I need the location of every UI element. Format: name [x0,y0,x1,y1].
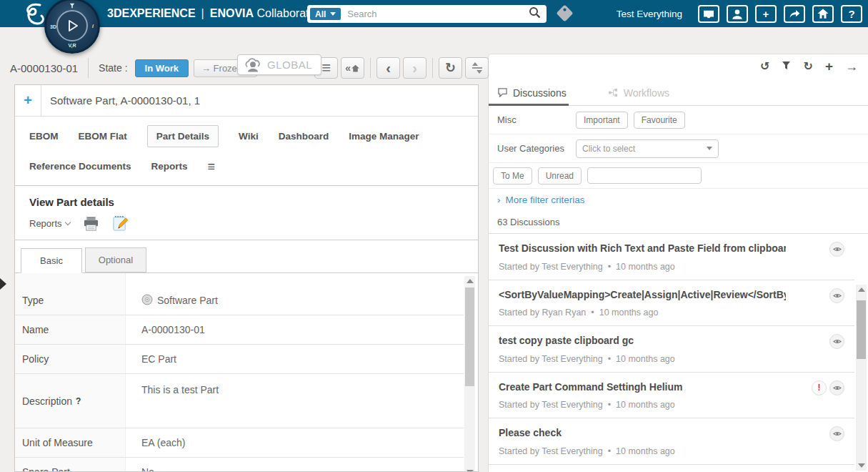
open-panel-icon[interactable]: → [845,60,858,73]
add-tab-button[interactable]: + [15,92,41,109]
discussion-title[interactable]: test copy paste clipboard gc [499,335,786,348]
list-item: Test Discussion with Rich Text and Paste… [489,234,854,280]
tabs-overflow-menu[interactable]: ≡ [208,160,216,173]
user-categories-select[interactable]: Click to select [576,139,719,158]
expand-collapse-button[interactable] [465,57,489,79]
part-tab[interactable]: Image Manager [349,126,419,147]
nav-back-button[interactable]: ‹ [376,57,400,79]
tab-discussions[interactable]: Discussions [497,87,567,99]
edit-button[interactable] [112,215,129,231]
part-tab[interactable]: Reports [151,156,188,177]
form-subtab[interactable]: Basic [21,248,82,273]
meta-bullet: • [608,262,611,272]
discussion-age: 10 months ago [616,446,675,456]
scrollbar-thumb[interactable] [857,300,866,359]
discussions-scrollbar[interactable] [856,285,867,471]
profile-button[interactable] [727,5,748,23]
search-input[interactable] [341,9,529,19]
compass-south-label: V,R [68,43,76,48]
inbox-tray-button[interactable] [698,5,719,23]
workflow-icon [608,88,619,97]
global-search: All [307,5,547,23]
form-subtab[interactable]: Optional [85,247,146,272]
discussion-title[interactable]: Please check [499,427,786,440]
watch-eye-button[interactable] [829,426,844,441]
meta-bullet: • [608,354,611,364]
discussion-meta: Started by Test Everything • 10 months a… [499,354,786,364]
discussion-title[interactable]: <SortByValueMapping>Create|Assign|Active… [499,289,786,302]
more-filters-link[interactable]: › More filter criterias [497,195,585,205]
scroll-up-icon[interactable] [467,279,474,283]
brand-product: 3DEXPERIENCE [107,7,196,19]
discussion-starter: Started by Test Everything [499,354,603,364]
plus-icon: + [763,8,769,20]
help-button[interactable]: ? [841,5,862,23]
divider [432,58,433,78]
refresh-icon[interactable]: ↻ [803,61,812,72]
misc-filter-row: Misc ImportantFavourite [489,106,868,134]
tab-workflows[interactable]: Workflows [608,87,669,99]
reports-dropdown-label: Reports [29,218,62,229]
tag-icon[interactable] [556,4,573,21]
refresh-button[interactable]: ↻ [439,57,462,79]
home-button[interactable] [812,5,834,23]
part-tab[interactable]: Wiki [239,126,259,147]
eye-icon [833,431,842,437]
scrollbar-thumb[interactable] [465,287,474,386]
actions-row: Reports [15,210,478,240]
part-tab[interactable]: EBOM Flat [79,126,127,147]
watch-eye-button[interactable] [829,242,844,257]
part-tab[interactable]: Reference Documents [29,156,131,177]
compass-west-label: 3D [50,24,56,29]
more-filters-label: More filter criterias [506,195,585,205]
part-tab[interactable]: Part Details [147,125,219,147]
quick-filter-chip[interactable]: Unread [538,167,582,185]
discussion-title[interactable]: Create Part Command Settingh Helium [499,381,786,394]
misc-filter-chip[interactable]: Favourite [634,112,685,129]
home-icon [351,64,360,72]
search-icon[interactable] [529,6,541,21]
watch-eye-button[interactable] [829,380,844,395]
count-row: 63 Discussions [489,210,868,234]
field-value-cell: This is a test Part [126,374,464,428]
form-scrollbar[interactable] [464,276,475,472]
reports-dropdown[interactable]: Reports [29,218,70,229]
global-collab-space-button[interactable]: GLOBAL [237,54,321,75]
scroll-down-icon[interactable] [858,463,865,468]
add-button[interactable]: + [755,5,777,23]
tab-workflows-label: Workflows [624,87,669,99]
watch-eye-button[interactable] [829,334,844,349]
table-row: Type Software Part [15,286,464,315]
watch-eye-button[interactable] [829,288,844,303]
nav-forward-button[interactable]: › [403,57,426,79]
field-label: Description [22,395,72,407]
part-tab[interactable]: EBOM [29,126,59,147]
add-discussion-icon[interactable]: + [825,59,833,73]
part-tabs: EBOM EBOM Flat Part Details Wiki Dashboa… [15,117,478,186]
collapse-home-button[interactable]: « [341,57,364,79]
filter-icon[interactable] [782,61,791,72]
search-scope-dropdown[interactable]: All [309,7,341,21]
state-current-button[interactable]: In Work [135,59,189,77]
table-row: Unit of Measure EA (each) [15,428,464,458]
history-icon[interactable]: ↺ [760,61,769,72]
3dexperience-compass[interactable]: 3D i V,R [44,0,100,54]
brand-title: 3DEXPERIENCE|ENOVIA Collaborat.. [107,0,315,27]
user-menu[interactable]: Test Everything [617,9,682,19]
print-button[interactable] [83,216,99,231]
share-button[interactable] [784,5,805,23]
compass-east-label: i [92,24,94,29]
misc-filter-chip[interactable]: Important [576,112,628,129]
discussion-filter-input[interactable] [587,167,702,184]
part-tab[interactable]: Dashboard [279,126,329,147]
list-item: Please check Started by Test Everything … [489,418,854,465]
object-toolbar: A-0000130-01 State : In Work → Frozen GL… [10,56,489,80]
categories-filter-row: User Categories Click to select [489,134,868,163]
discussion-title[interactable]: Test Discussion with Rich Text and Paste… [499,242,786,255]
field-label-cell: Type [15,286,126,315]
panel-expand-handle[interactable] [0,278,6,290]
quick-filter-chip[interactable]: To Me [493,167,532,185]
field-label-cell: Unit of Measure [15,428,126,457]
help-icon[interactable]: ? [76,396,81,406]
scroll-up-icon[interactable] [858,287,865,292]
